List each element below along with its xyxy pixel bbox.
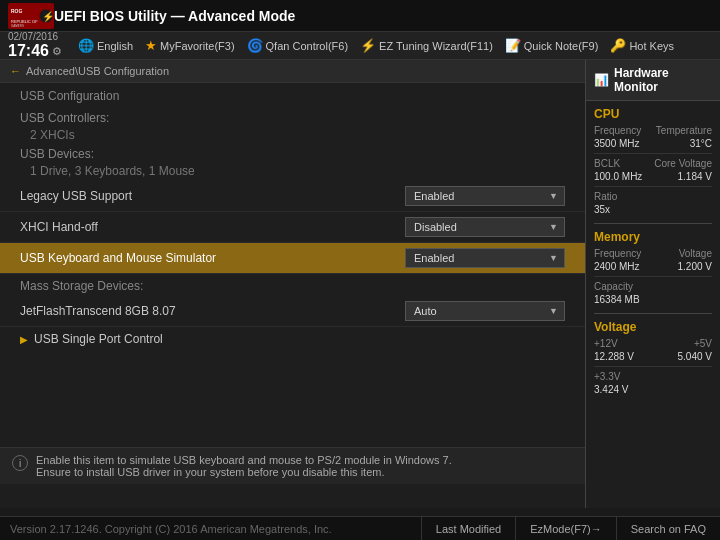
cpu-section: CPU Frequency Temperature 3500 MHz 31°C … bbox=[586, 101, 720, 223]
xhci-handoff-select[interactable]: Disabled bbox=[405, 217, 565, 237]
quick-note-item[interactable]: 📝 Quick Note(F9) bbox=[505, 38, 599, 53]
voltage-section: Voltage +12V +5V 12.288 V 5.040 V +3.3V … bbox=[586, 314, 720, 403]
expand-icon: ▶ bbox=[20, 334, 28, 345]
hardware-monitor-panel: 📊 Hardware Monitor CPU Frequency Tempera… bbox=[585, 60, 720, 508]
xhci-handoff-row: XHCI Hand-off Disabled bbox=[0, 212, 585, 243]
usb-controllers-label: USB Controllers: bbox=[0, 109, 585, 125]
version-text: Version 2.17.1246. Copyright (C) 2016 Am… bbox=[0, 523, 332, 535]
memory-section: Memory Frequency Voltage 2400 MHz 1.200 … bbox=[586, 224, 720, 313]
myfavorite-item[interactable]: ★ MyFavorite(F3) bbox=[145, 38, 235, 53]
asus-logo: ROG REPUBLIC OF GAMERS ⚡ bbox=[8, 3, 54, 29]
usb-devices-value: 1 Drive, 3 Keyboards, 1 Mouse bbox=[0, 161, 585, 181]
main-content: ← Advanced\USB Configuration USB Configu… bbox=[0, 60, 585, 508]
last-modified-button[interactable]: Last Modified bbox=[421, 517, 515, 540]
svg-text:GAMERS: GAMERS bbox=[11, 24, 24, 28]
note-icon: 📝 bbox=[505, 38, 521, 53]
time: 17:46 bbox=[8, 42, 49, 60]
usb-single-port-label: USB Single Port Control bbox=[34, 332, 163, 346]
jetflash-row: JetFlashTranscend 8GB 8.07 Auto bbox=[0, 296, 585, 327]
legacy-usb-select[interactable]: Enabled bbox=[405, 186, 565, 206]
jetflash-dropdown[interactable]: Auto bbox=[405, 301, 565, 321]
breadcrumb-path: Advanced\USB Configuration bbox=[26, 65, 169, 77]
xhci-handoff-dropdown[interactable]: Disabled bbox=[405, 217, 565, 237]
search-faq-button[interactable]: Search on FAQ bbox=[616, 517, 720, 540]
info-circle-icon: i bbox=[12, 455, 28, 471]
jetflash-label: JetFlashTranscend 8GB 8.07 bbox=[20, 304, 405, 318]
key-icon: 🔑 bbox=[610, 38, 626, 53]
globe-icon: 🌐 bbox=[78, 38, 94, 53]
ez-tuning-item[interactable]: ⚡ EZ Tuning Wizard(F11) bbox=[360, 38, 493, 53]
back-arrow-icon[interactable]: ← bbox=[10, 65, 21, 77]
breadcrumb: ← Advanced\USB Configuration bbox=[0, 60, 585, 83]
info-bar: 02/07/2016 17:46 ⚙ 🌐 English ★ MyFavorit… bbox=[0, 32, 720, 60]
qfan-item[interactable]: 🌀 Qfan Control(F6) bbox=[247, 38, 349, 53]
usb-keyboard-simulator-row[interactable]: USB Keyboard and Mouse Simulator Enabled bbox=[0, 243, 585, 274]
title-bar: ROG REPUBLIC OF GAMERS ⚡ UEFI BIOS Utili… bbox=[0, 0, 720, 32]
gear-icon: ⚙ bbox=[52, 45, 62, 58]
monitor-icon: 📊 bbox=[594, 73, 609, 87]
usb-keyboard-simulator-label: USB Keyboard and Mouse Simulator bbox=[20, 251, 405, 265]
info-text: Enable this item to simulate USB keyboar… bbox=[36, 454, 452, 478]
memory-section-title: Memory bbox=[594, 230, 712, 244]
hot-keys-item[interactable]: 🔑 Hot Keys bbox=[610, 38, 674, 53]
usb-devices-label: USB Devices: bbox=[0, 145, 585, 161]
legacy-usb-row: Legacy USB Support Enabled bbox=[0, 181, 585, 212]
hw-monitor-title: 📊 Hardware Monitor bbox=[586, 60, 720, 101]
language-item[interactable]: 🌐 English bbox=[78, 38, 133, 53]
ez-mode-button[interactable]: EzMode(F7)→ bbox=[515, 517, 616, 540]
cpu-section-title: CPU bbox=[594, 107, 712, 121]
app-title: UEFI BIOS Utility — Advanced Mode bbox=[54, 8, 295, 24]
usb-keyboard-simulator-dropdown[interactable]: Enabled bbox=[405, 248, 565, 268]
legacy-usb-label: Legacy USB Support bbox=[20, 189, 405, 203]
lightning-icon: ⚡ bbox=[360, 38, 376, 53]
datetime: 02/07/2016 17:46 ⚙ bbox=[8, 31, 62, 60]
status-bar: Version 2.17.1246. Copyright (C) 2016 Am… bbox=[0, 516, 720, 540]
voltage-section-title: Voltage bbox=[594, 320, 712, 334]
info-panel: i Enable this item to simulate USB keybo… bbox=[0, 447, 585, 484]
svg-text:ROG: ROG bbox=[11, 8, 23, 14]
usb-keyboard-simulator-select[interactable]: Enabled bbox=[405, 248, 565, 268]
xhci-handoff-label: XHCI Hand-off bbox=[20, 220, 405, 234]
legacy-usb-dropdown[interactable]: Enabled bbox=[405, 186, 565, 206]
svg-text:⚡: ⚡ bbox=[42, 10, 54, 23]
date: 02/07/2016 bbox=[8, 31, 62, 42]
usb-config-header: USB Configuration bbox=[0, 83, 585, 109]
usb-single-port-row[interactable]: ▶ USB Single Port Control bbox=[0, 327, 585, 351]
fan-icon: 🌀 bbox=[247, 38, 263, 53]
star-icon: ★ bbox=[145, 38, 157, 53]
jetflash-select[interactable]: Auto bbox=[405, 301, 565, 321]
mass-storage-label: Mass Storage Devices: bbox=[0, 274, 585, 296]
usb-controllers-value: 2 XHCIs bbox=[0, 125, 585, 145]
